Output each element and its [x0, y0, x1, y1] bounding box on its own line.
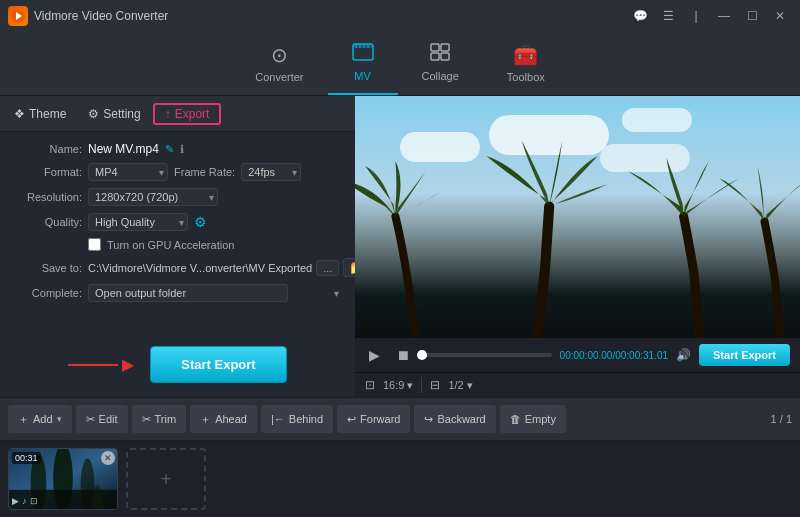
format-value-group: MP4 Frame Rate: 24fps: [88, 163, 343, 181]
edit-icon: ✂: [86, 413, 95, 426]
quality-select-wrapper: High Quality: [88, 213, 188, 231]
svg-rect-10: [431, 53, 439, 60]
theme-icon: ❖: [14, 107, 25, 121]
behind-icon: |←: [271, 413, 285, 425]
saveto-dots-btn[interactable]: ...: [316, 260, 339, 276]
export-icon: ↑: [165, 107, 171, 121]
behind-label: Behind: [289, 413, 323, 425]
titlebar: Vidmore Video Converter 💬 ☰ | — ☐ ✕: [0, 0, 800, 32]
arrow-head-icon: ▶: [122, 355, 134, 374]
backward-btn[interactable]: ↪ Backward: [414, 405, 495, 433]
gpu-label[interactable]: Turn on GPU Acceleration: [107, 239, 234, 251]
behind-btn[interactable]: |← Behind: [261, 405, 333, 433]
resolution-row: Resolution: 1280x720 (720p): [12, 188, 343, 206]
theme-btn[interactable]: ❖ Theme: [4, 103, 76, 125]
quality-settings-icon[interactable]: ⚙: [194, 214, 207, 230]
tab-mv[interactable]: MV: [328, 32, 398, 95]
window-controls: 💬 ☰ | — ☐ ✕: [628, 7, 792, 25]
timeline-add-btn[interactable]: +: [126, 448, 206, 510]
close-btn[interactable]: ✕: [768, 7, 792, 25]
collage-icon: [430, 43, 450, 66]
backward-icon: ↪: [424, 413, 433, 426]
format-row: Format: MP4 Frame Rate: 24fps: [12, 163, 343, 181]
export-label: Export: [175, 107, 210, 121]
tab-toolbox[interactable]: 🧰 Toolbox: [483, 32, 569, 95]
bottom-toolbar: ＋ Add ▾ ✂ Edit ✂ Trim ＋ Ahead |← Behind …: [0, 397, 800, 441]
name-label: Name:: [12, 143, 82, 155]
complete-select-wrapper: Open output folder: [88, 284, 343, 302]
svg-rect-8: [431, 44, 439, 51]
resolution-value-group: 1280x720 (720p): [88, 188, 343, 206]
edit-label: Edit: [99, 413, 118, 425]
tab-collage[interactable]: Collage: [398, 32, 483, 95]
left-toolbar: ❖ Theme ⚙ Setting ↑ Export: [0, 96, 355, 132]
saveto-path: C:\Vidmore\Vidmore V...onverter\MV Expor…: [88, 262, 312, 274]
ahead-btn[interactable]: ＋ Ahead: [190, 405, 257, 433]
timeline-item-1: 00:31 ✕ ▶ ♪ ⊡: [8, 448, 118, 510]
video-small-icon: ▶: [12, 496, 19, 506]
complete-value-group: Open output folder: [88, 284, 343, 302]
gpu-checkbox[interactable]: [88, 238, 101, 251]
edit-icon[interactable]: ✎: [165, 143, 174, 156]
main-content: ❖ Theme ⚙ Setting ↑ Export Name: New MV.…: [0, 96, 800, 397]
zoom-label: 1/2: [448, 379, 463, 391]
framerate-select-wrapper: 24fps: [241, 163, 301, 181]
titlebar-left: Vidmore Video Converter: [8, 6, 168, 26]
arrow-line: [68, 364, 118, 366]
setting-btn[interactable]: ⚙ Setting: [78, 103, 150, 125]
quality-select[interactable]: High Quality: [88, 213, 188, 231]
complete-select[interactable]: Open output folder: [88, 284, 288, 302]
quality-row: Quality: High Quality ⚙: [12, 213, 343, 231]
complete-row: Complete: Open output folder: [12, 284, 343, 302]
stop-btn[interactable]: ⏹: [392, 345, 414, 365]
tab-converter[interactable]: ⊙ Converter: [231, 32, 327, 95]
trim-icon: ✂: [142, 413, 151, 426]
timeline-close-btn[interactable]: ✕: [101, 451, 115, 465]
chat-icon-btn[interactable]: 💬: [628, 7, 652, 25]
minimize-btn[interactable]: —: [712, 7, 736, 25]
zoom-chevron-icon: ▾: [467, 379, 473, 392]
volume-icon[interactable]: 🔊: [676, 348, 691, 362]
timeline-duration: 00:31: [12, 452, 41, 464]
resolution-label: Resolution:: [12, 191, 82, 203]
export-btn[interactable]: ↑ Export: [153, 103, 222, 125]
resolution-select[interactable]: 1280x720 (720p): [88, 188, 218, 206]
format-select[interactable]: MP4: [88, 163, 168, 181]
format-label: Format:: [12, 166, 82, 178]
info-icon[interactable]: ℹ: [180, 143, 184, 156]
left-panel: ❖ Theme ⚙ Setting ↑ Export Name: New MV.…: [0, 96, 355, 397]
forward-btn[interactable]: ↩ Forward: [337, 405, 410, 433]
play-btn[interactable]: ▶: [365, 345, 384, 365]
start-export-area: ▶ Start Export: [0, 332, 355, 397]
converter-icon: ⊙: [271, 43, 288, 67]
aspect-selector[interactable]: 16:9 ▾: [383, 379, 413, 392]
divider: [421, 377, 422, 393]
progress-bar[interactable]: [422, 353, 552, 357]
format-select-wrapper: MP4: [88, 163, 168, 181]
crop-icon: ⊡: [365, 378, 375, 392]
ahead-icon: ＋: [200, 412, 211, 427]
name-row: Name: New MV.mp4 ✎ ℹ: [12, 142, 343, 156]
trim-btn[interactable]: ✂ Trim: [132, 405, 187, 433]
add-btn[interactable]: ＋ Add ▾: [8, 405, 72, 433]
zoom-selector[interactable]: 1/2 ▾: [448, 379, 472, 392]
quality-label: Quality:: [12, 216, 82, 228]
page-indicator: 1 / 1: [771, 413, 792, 425]
ahead-label: Ahead: [215, 413, 247, 425]
start-export-left-btn[interactable]: Start Export: [150, 346, 286, 383]
edit-btn[interactable]: ✂ Edit: [76, 405, 128, 433]
backward-label: Backward: [437, 413, 485, 425]
timeline-add-icon: +: [160, 468, 172, 491]
arrow-indicator: ▶: [68, 355, 134, 374]
empty-btn[interactable]: 🗑 Empty: [500, 405, 566, 433]
maximize-btn[interactable]: ☐: [740, 7, 764, 25]
time-total: 00:00:31.01: [615, 350, 668, 361]
quality-value-group: High Quality ⚙: [88, 213, 343, 231]
tab-mv-label: MV: [354, 70, 371, 82]
menu-btn[interactable]: ☰: [656, 7, 680, 25]
name-value-group: New MV.mp4 ✎ ℹ: [88, 142, 343, 156]
zoom-icon: ⊟: [430, 378, 440, 392]
start-export-right-btn[interactable]: Start Export: [699, 344, 790, 366]
saveto-row: Save to: C:\Vidmore\Vidmore V...onverter…: [12, 258, 343, 277]
framerate-select[interactable]: 24fps: [241, 163, 301, 181]
